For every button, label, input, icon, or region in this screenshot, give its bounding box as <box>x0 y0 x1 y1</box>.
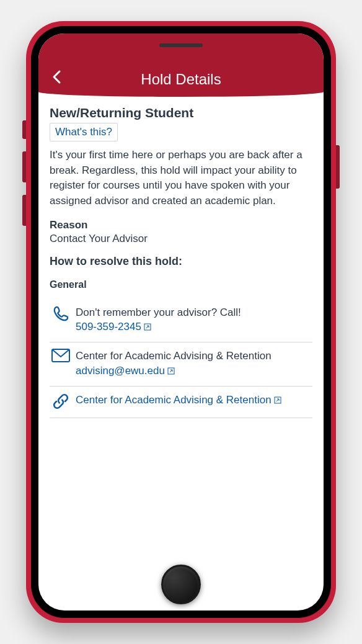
phone-number-link[interactable]: 509-359-2345 <box>76 320 151 334</box>
reason-label: Reason <box>50 219 312 231</box>
website-link[interactable]: Center for Academic Advising & Retention <box>76 393 281 408</box>
phone-screen: Hold Details New/Returning Student What'… <box>38 34 324 610</box>
resolve-heading: How to resolve this hold: <box>50 255 312 268</box>
link-icon <box>50 393 72 410</box>
reason-value: Contact Your Advisor <box>50 233 312 245</box>
home-button[interactable] <box>161 565 201 604</box>
phone-speaker <box>159 43 203 47</box>
phone-icon <box>50 305 72 323</box>
phone-device-frame: Hold Details New/Returning Student What'… <box>26 21 336 623</box>
back-button[interactable] <box>51 69 62 87</box>
email-icon <box>50 349 72 362</box>
phone-number-text: 509-359-2345 <box>76 320 141 334</box>
phone-side-buttons-right <box>336 145 340 189</box>
phone-bezel: Hold Details New/Returning Student What'… <box>31 26 331 618</box>
website-link-text: Center for Academic Advising & Retention <box>76 393 272 408</box>
subsection-general: General <box>50 279 312 290</box>
email-address-text: advising@ewu.edu <box>76 364 165 378</box>
email-address-link[interactable]: advising@ewu.edu <box>76 364 175 378</box>
external-link-icon <box>167 367 175 375</box>
external-link-icon <box>144 323 151 331</box>
hold-description: It's your first time here or perhaps you… <box>50 148 312 209</box>
phone-side-buttons-left <box>22 120 26 238</box>
external-link-icon <box>274 396 281 404</box>
whats-this-button[interactable]: What's this? <box>50 123 118 141</box>
phone-contact-label: Don't remember your advisor? Call! <box>76 305 312 320</box>
page-title: Hold Details <box>48 71 314 88</box>
main-content: New/Returning Student What's this? It's … <box>38 97 324 548</box>
contact-row-phone: Don't remember your advisor? Call! 509-3… <box>50 299 312 343</box>
contact-row-link: Center for Academic Advising & Retention <box>50 387 312 418</box>
chevron-left-icon <box>51 69 62 84</box>
hold-title: New/Returning Student <box>50 105 312 120</box>
contact-row-email: Center for Academic Advising & Retention… <box>50 342 312 387</box>
email-contact-label: Center for Academic Advising & Retention <box>76 349 312 364</box>
